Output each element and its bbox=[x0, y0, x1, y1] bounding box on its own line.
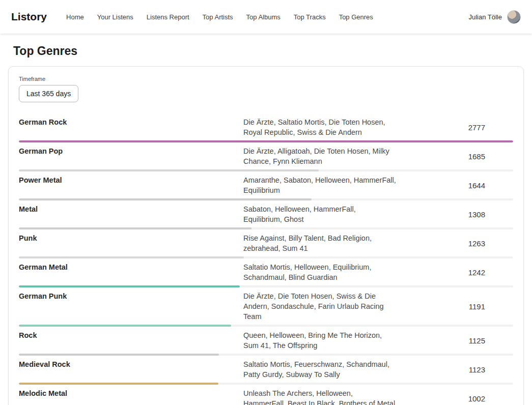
nav-item-top-genres[interactable]: Top Genres bbox=[339, 13, 373, 21]
genre-name[interactable]: Metal bbox=[19, 204, 243, 213]
genre-count: 1002 bbox=[399, 394, 513, 403]
genre-artists-list: Saltatio Mortis, Feuerschwanz, Schandmau… bbox=[243, 359, 396, 380]
genre-bar bbox=[19, 198, 312, 200]
genre-artists-list: Rise Against, Billy Talent, Bad Religion… bbox=[243, 233, 396, 253]
genre-count: 1123 bbox=[399, 365, 513, 374]
genre-name[interactable]: Melodic Metal bbox=[19, 388, 243, 397]
genre-row: Power Metal Amaranthe, Sabaton, Hellowee… bbox=[19, 171, 513, 200]
page-title: Top Genres bbox=[13, 44, 532, 58]
genre-count: 1644 bbox=[399, 181, 513, 190]
genre-count: 2777 bbox=[399, 123, 513, 132]
genre-table: German Rock Die Ärzte, Saltatio Mortis, … bbox=[19, 113, 513, 405]
genre-artists-list: Die Ärzte, Die Toten Hosen, Swiss & Die … bbox=[243, 291, 396, 322]
genre-row: Metal Sabaton, Helloween, HammerFall, Eq… bbox=[19, 200, 513, 229]
user-avatar[interactable] bbox=[507, 10, 521, 24]
nav-links: HomeYour ListensListens ReportTop Artist… bbox=[66, 13, 373, 21]
genre-row: German Pop Die Ärzte, Alligatoah, Die To… bbox=[19, 142, 513, 171]
genre-bar bbox=[19, 169, 319, 171]
genre-name[interactable]: Punk bbox=[19, 233, 243, 242]
genre-bar bbox=[19, 383, 218, 385]
genre-name[interactable]: Power Metal bbox=[19, 175, 243, 184]
genre-bar-track bbox=[19, 285, 513, 287]
nav-item-home[interactable]: Home bbox=[66, 13, 84, 21]
user-name[interactable]: Julian Tölle bbox=[468, 13, 502, 21]
genre-bar bbox=[19, 285, 240, 287]
genre-bar bbox=[19, 354, 219, 356]
genre-row: Punk Rise Against, Billy Talent, Bad Rel… bbox=[19, 229, 513, 258]
timeframe-select[interactable]: Last 365 days bbox=[19, 85, 78, 102]
genre-bar bbox=[19, 325, 231, 327]
genre-artists-list: Die Ärzte, Saltatio Mortis, Die Toten Ho… bbox=[243, 117, 396, 137]
nav-item-listens-report[interactable]: Listens Report bbox=[147, 13, 189, 21]
genre-name[interactable]: German Pop bbox=[19, 146, 243, 155]
genre-name[interactable]: German Metal bbox=[19, 262, 243, 271]
nav-item-top-artists[interactable]: Top Artists bbox=[203, 13, 233, 21]
genre-count: 1242 bbox=[399, 268, 513, 277]
genre-bar-track bbox=[19, 227, 513, 229]
genre-row: German Rock Die Ärzte, Saltatio Mortis, … bbox=[19, 113, 513, 142]
genre-artists-list: Unleash The Archers, Helloween, HammerFa… bbox=[243, 388, 396, 405]
nav-user-area: Julian Tölle bbox=[468, 10, 521, 24]
genre-count: 1308 bbox=[399, 210, 513, 219]
genre-artists-list: Queen, Helloween, Bring Me The Horizon, … bbox=[243, 330, 396, 351]
genre-count: 1125 bbox=[399, 336, 513, 345]
nav-item-top-tracks[interactable]: Top Tracks bbox=[294, 13, 326, 21]
genre-bar-track bbox=[19, 354, 513, 356]
genre-bar-track bbox=[19, 256, 513, 258]
genre-artists-list: Saltatio Mortis, Helloween, Equilibrium,… bbox=[243, 262, 396, 282]
genres-panel: Timeframe Last 365 days German Rock Die … bbox=[8, 66, 524, 405]
genre-row: German Punk Die Ärzte, Die Toten Hosen, … bbox=[19, 287, 513, 327]
nav-item-your-listens[interactable]: Your Listens bbox=[97, 13, 133, 21]
app-logo[interactable]: Listory bbox=[11, 11, 47, 23]
genre-count: 1685 bbox=[399, 152, 513, 161]
timeframe-label: Timeframe bbox=[19, 76, 513, 82]
genre-name[interactable]: German Rock bbox=[19, 117, 243, 126]
genre-artists-list: Die Ärzte, Alligatoah, Die Toten Hosen, … bbox=[243, 146, 396, 166]
genre-row: German Metal Saltatio Mortis, Helloween,… bbox=[19, 258, 513, 287]
nav-item-top-albums[interactable]: Top Albums bbox=[246, 13, 281, 21]
genre-bar bbox=[19, 227, 251, 229]
genre-bar bbox=[19, 140, 513, 142]
genre-row: Medieval Rock Saltatio Mortis, Feuerschw… bbox=[19, 356, 513, 385]
genre-artists-list: Sabaton, Helloween, HammerFall, Equilibr… bbox=[243, 204, 396, 224]
genre-row: Melodic Metal Unleash The Archers, Hello… bbox=[19, 385, 513, 405]
top-navbar: Listory HomeYour ListensListens ReportTo… bbox=[0, 0, 532, 34]
genre-bar-track bbox=[19, 325, 513, 327]
genre-bar-track bbox=[19, 198, 513, 200]
genre-row: Rock Queen, Helloween, Bring Me The Hori… bbox=[19, 327, 513, 356]
genre-name[interactable]: Medieval Rock bbox=[19, 359, 243, 368]
genre-name[interactable]: German Punk bbox=[19, 291, 243, 300]
genre-count: 1191 bbox=[399, 302, 513, 311]
genre-bar bbox=[19, 256, 244, 258]
genre-count: 1263 bbox=[399, 239, 513, 248]
genre-artists-list: Amaranthe, Sabaton, Helloween, HammerFal… bbox=[243, 175, 396, 195]
genre-bar-track bbox=[19, 383, 513, 385]
genre-name[interactable]: Rock bbox=[19, 330, 243, 339]
genre-bar-track bbox=[19, 169, 513, 171]
genre-bar-track bbox=[19, 140, 513, 142]
